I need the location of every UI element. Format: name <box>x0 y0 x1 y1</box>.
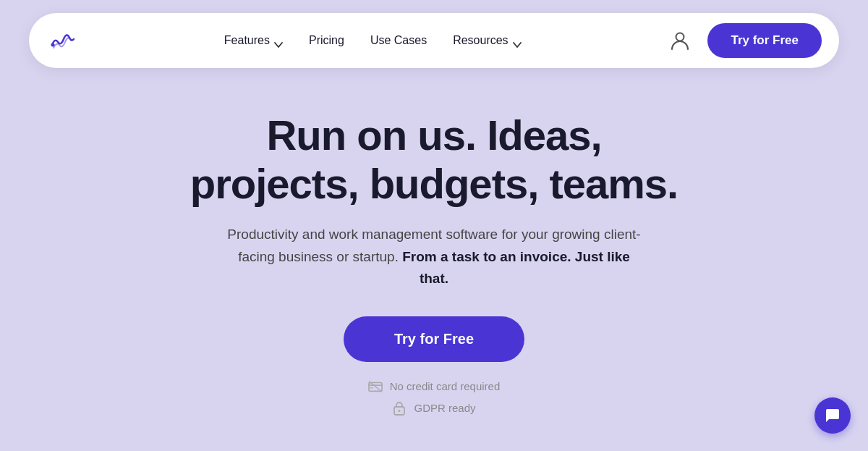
chevron-down-icon <box>513 38 522 43</box>
chat-button[interactable] <box>814 397 851 434</box>
credit-card-icon <box>368 379 383 394</box>
svg-point-2 <box>676 33 684 41</box>
nav-use-cases[interactable]: Use Cases <box>370 34 427 47</box>
navbar-left <box>46 25 78 56</box>
badge-gdpr: GDPR ready <box>392 401 475 416</box>
navbar-center: Features Pricing Use Cases Resources <box>224 34 522 47</box>
nav-features[interactable]: Features <box>224 34 283 47</box>
nav-try-free-button[interactable]: Try for Free <box>707 23 822 58</box>
svg-point-1 <box>51 43 55 47</box>
hero-title: Run on us. Ideas, projects, budgets, tea… <box>181 111 687 208</box>
navbar: Features Pricing Use Cases Resources <box>29 13 839 68</box>
navbar-wrapper: Features Pricing Use Cases Resources <box>0 0 868 68</box>
nav-resources[interactable]: Resources <box>453 34 521 47</box>
logo-icon[interactable] <box>46 25 78 56</box>
chevron-down-icon <box>274 38 283 43</box>
hero-subtitle: Productivity and work management softwar… <box>224 224 644 290</box>
badge-no-credit-card: No credit card required <box>368 379 501 394</box>
hero-section: Run on us. Ideas, projects, budgets, tea… <box>0 68 868 416</box>
trust-badges: No credit card required GDPR ready <box>368 379 501 416</box>
user-icon[interactable] <box>667 28 693 54</box>
navbar-right: Try for Free <box>667 23 822 58</box>
svg-point-8 <box>399 410 401 412</box>
hero-try-free-button[interactable]: Try for Free <box>344 316 524 362</box>
nav-pricing[interactable]: Pricing <box>309 34 344 47</box>
lock-icon <box>392 401 407 416</box>
